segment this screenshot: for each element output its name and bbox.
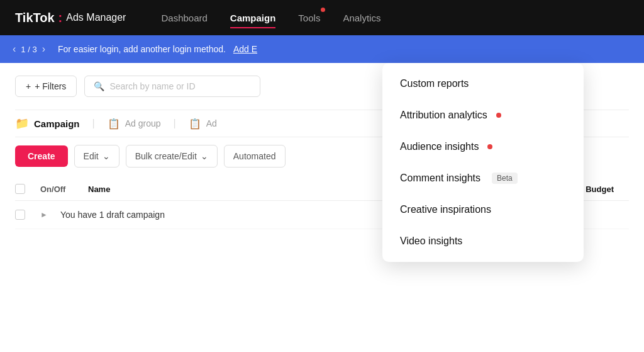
col-header-budget: Budget	[586, 185, 614, 194]
edit-chevron-icon: ⌄	[103, 151, 110, 161]
dropdown-creative-inspirations[interactable]: Creative inspirations	[382, 194, 584, 225]
announcement-text: For easier login, add another login meth…	[58, 44, 226, 54]
col-header-onoff: On/Off	[40, 185, 78, 194]
nav-analytics[interactable]: Analytics	[343, 10, 380, 26]
bulk-create-button[interactable]: Bulk create/Edit ⌄	[126, 145, 218, 167]
dropdown-comment-insights[interactable]: Comment insights Beta	[382, 162, 584, 194]
tools-badge	[321, 8, 325, 12]
search-icon: 🔍	[94, 81, 104, 91]
next-announcement[interactable]: ›	[42, 43, 45, 55]
search-box[interactable]: 🔍 Search by name or ID	[84, 76, 260, 97]
campaign-icon: 📁	[15, 116, 29, 130]
brand-ads-manager: Ads Manager	[66, 12, 126, 23]
attribution-new-badge	[496, 113, 501, 118]
beta-badge: Beta	[492, 173, 518, 184]
prev-announcement[interactable]: ‹	[13, 43, 16, 55]
nav-tools[interactable]: Tools	[298, 10, 320, 26]
comment-insights-label: Comment insights	[400, 173, 480, 184]
bulk-chevron-icon: ⌄	[201, 151, 208, 161]
nav-items: Dashboard Campaign Tools Analytics	[161, 10, 380, 26]
video-insights-label: Video insights	[400, 236, 462, 247]
announcement-nav: ‹ 1 / 3 ›	[13, 43, 45, 55]
adgroup-icon: 📋	[108, 118, 120, 130]
nav-campaign[interactable]: Campaign	[230, 10, 276, 26]
main-content: + + Filters 🔍 Search by name or ID 📁 Cam…	[0, 63, 644, 352]
ad-icon: 📋	[189, 118, 201, 130]
row-campaign-name: You have 1 draft campaign	[60, 210, 165, 220]
separator-1: |	[92, 118, 95, 129]
campaign-section-title: 📁 Campaign	[15, 116, 80, 130]
filter-icon: +	[26, 81, 31, 91]
brand-logo[interactable]: TikTok: Ads Manager	[15, 11, 126, 25]
audience-insights-label: Audience insights	[400, 141, 479, 152]
custom-reports-label: Custom reports	[400, 78, 469, 89]
top-navigation: TikTok: Ads Manager Dashboard Campaign T…	[0, 0, 644, 35]
ad-section-title: 📋 Ad	[189, 118, 217, 130]
search-placeholder: Search by name or ID	[109, 81, 195, 91]
creative-inspirations-label: Creative inspirations	[400, 204, 491, 215]
separator-2: |	[174, 118, 176, 129]
ad-label: Ad	[206, 118, 217, 128]
analytics-dropdown: Custom reports Attribution analytics Aud…	[382, 63, 584, 262]
create-button[interactable]: Create	[15, 145, 68, 167]
select-all-checkbox[interactable]	[15, 184, 25, 194]
row-checkbox[interactable]	[15, 210, 25, 220]
audience-new-badge	[487, 144, 492, 149]
automated-button[interactable]: Automated	[224, 145, 286, 167]
row-expand-icon[interactable]: ►	[40, 210, 48, 219]
dropdown-attribution-analytics[interactable]: Attribution analytics	[382, 99, 584, 131]
announcement-link[interactable]: Add E	[233, 44, 257, 54]
filter-label: + Filters	[35, 81, 66, 91]
brand-tiktok: TikTok	[15, 11, 55, 25]
adgroup-section-title: 📋 Ad group	[108, 118, 161, 130]
nav-dashboard[interactable]: Dashboard	[161, 10, 207, 26]
announcement-counter: 1 / 3	[21, 45, 36, 54]
campaign-label: Campaign	[34, 118, 80, 129]
attribution-analytics-label: Attribution analytics	[400, 110, 487, 121]
announcement-bar: ‹ 1 / 3 › For easier login, add another …	[0, 35, 644, 63]
dropdown-custom-reports[interactable]: Custom reports	[382, 68, 584, 99]
edit-label: Edit	[84, 151, 99, 161]
dropdown-video-insights[interactable]: Video insights	[382, 225, 584, 257]
edit-button[interactable]: Edit ⌄	[74, 145, 119, 167]
bulk-label: Bulk create/Edit	[135, 151, 197, 161]
filter-button[interactable]: + + Filters	[15, 76, 77, 97]
adgroup-label: Ad group	[125, 118, 161, 128]
brand-colon: :	[58, 11, 63, 25]
dropdown-audience-insights[interactable]: Audience insights	[382, 131, 584, 162]
